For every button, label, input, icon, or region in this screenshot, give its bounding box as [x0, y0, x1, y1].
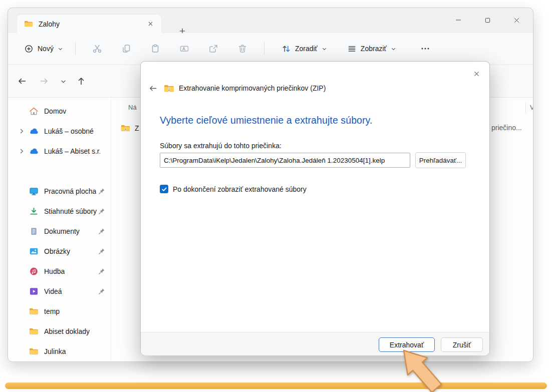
- rename-icon: [179, 44, 189, 54]
- chevron-right-icon[interactable]: [18, 128, 25, 135]
- column-header-name[interactable]: Ná: [128, 104, 137, 111]
- pin-icon: [98, 288, 105, 295]
- check-icon: [161, 186, 167, 192]
- forward-button[interactable]: [36, 73, 52, 89]
- maximize-button[interactable]: [473, 8, 502, 32]
- dialog-back-button[interactable]: [146, 82, 160, 95]
- column-header-size[interactable]: Ve: [530, 104, 533, 111]
- new-button[interactable]: Nový: [19, 40, 68, 58]
- sidebar-item-pictures[interactable]: Obrázky: [8, 241, 111, 261]
- sidebar-item-desktop[interactable]: Pracovná plocha: [8, 181, 111, 201]
- file-name: Z: [135, 124, 139, 132]
- desktop-icon: [29, 187, 39, 196]
- column-divider: [525, 102, 526, 114]
- dialog-heading: Vyberte cieľové umiestnenie a extrahujte…: [160, 115, 373, 126]
- rename-button[interactable]: [173, 40, 195, 58]
- pin-icon: [98, 248, 105, 255]
- pin-icon: [98, 188, 105, 195]
- command-bar: Nový Zor: [8, 33, 533, 64]
- ellipsis-icon: [420, 44, 430, 54]
- arrow-up-icon: [76, 76, 86, 86]
- trash-icon: [237, 44, 247, 54]
- sidebar-item-julinka[interactable]: Julinka: [8, 341, 111, 361]
- document-icon: [29, 227, 39, 236]
- scissors-icon: [92, 44, 102, 54]
- titlebar: Zalohy: [8, 8, 533, 33]
- tab-close-button[interactable]: [144, 18, 156, 30]
- dialog-title: Extrahovanie komprimovaných priečinkov (…: [179, 84, 326, 92]
- sidebar-item-domov[interactable]: Domov: [8, 101, 111, 121]
- recent-locations-button[interactable]: [55, 73, 71, 89]
- share-icon: [208, 44, 218, 54]
- paste-button[interactable]: [144, 40, 166, 58]
- sidebar-spacer: [8, 161, 111, 181]
- arrow-left-icon: [17, 76, 27, 86]
- view-button[interactable]: Zobraziť: [341, 40, 402, 58]
- file-row-zip[interactable]: Z: [121, 122, 139, 135]
- folder-icon: [29, 347, 39, 356]
- maximize-icon: [484, 17, 491, 24]
- pin-icon: [98, 228, 105, 235]
- checkbox-label: Po dokončení zobraziť extrahované súbory: [173, 185, 307, 193]
- more-options-button[interactable]: [415, 40, 435, 58]
- file-type[interactable]: priečino...: [491, 124, 522, 132]
- view-button-label: Zobraziť: [361, 45, 387, 53]
- sidebar-item-documents[interactable]: Dokumenty: [8, 221, 111, 241]
- folder-icon: [24, 20, 33, 28]
- sidebar-item-abiset-doklady[interactable]: Abiset doklady: [8, 321, 111, 341]
- minimize-icon: [454, 16, 462, 24]
- minimize-button[interactable]: [444, 8, 473, 32]
- toolbar-divider: [264, 42, 264, 55]
- extract-dialog: Extrahovanie komprimovaných priečinkov (…: [140, 61, 490, 355]
- browse-button[interactable]: Prehľadávať...: [415, 152, 466, 168]
- zip-folder-icon: [121, 124, 130, 132]
- music-icon: [29, 267, 39, 276]
- close-button[interactable]: [502, 8, 531, 32]
- show-extracted-row: Po dokončení zobraziť extrahované súbory: [160, 185, 307, 193]
- onedrive-icon: [29, 127, 39, 136]
- cut-button[interactable]: [86, 40, 108, 58]
- sidebar-item-downloads[interactable]: Stiahnuté súbory: [8, 201, 111, 221]
- sidebar-item-onedrive-business[interactable]: Lukáš – Abiset s.r.o: [8, 141, 111, 161]
- new-circle-plus-icon: [24, 44, 34, 54]
- arrow-left-icon: [148, 84, 158, 93]
- sort-button[interactable]: Zoradiť: [275, 40, 333, 58]
- tab-zalohy[interactable]: Zalohy: [17, 15, 161, 33]
- sidebar-item-temp[interactable]: temp: [8, 301, 111, 321]
- pictures-icon: [29, 247, 39, 256]
- view-list-icon: [347, 44, 357, 54]
- brand-accent-bar: [5, 382, 547, 389]
- share-button[interactable]: [202, 40, 224, 58]
- folder-icon: [29, 307, 39, 316]
- arrow-right-icon: [39, 76, 49, 86]
- sidebar-item-videos[interactable]: Videá: [8, 281, 111, 301]
- home-icon: [29, 107, 39, 116]
- path-label: Súbory sa extrahujú do tohto priečinka:: [160, 142, 282, 150]
- extract-button[interactable]: Extrahovať: [379, 337, 435, 352]
- copy-icon: [121, 44, 131, 54]
- dialog-close-button[interactable]: [469, 67, 483, 81]
- dialog-header: Extrahovanie komprimovaných priečinkov (…: [146, 82, 326, 95]
- sidebar-item-onedrive-personal[interactable]: Lukáš – osobné: [8, 121, 111, 141]
- copy-button[interactable]: [115, 40, 137, 58]
- delete-button[interactable]: [231, 40, 253, 58]
- tab-title: Zalohy: [39, 20, 144, 28]
- new-button-label: Nový: [38, 45, 54, 53]
- back-button[interactable]: [14, 73, 30, 89]
- toolbar-divider: [75, 42, 76, 55]
- pin-icon: [98, 208, 105, 215]
- clipboard-icon: [150, 44, 160, 54]
- chevron-right-icon[interactable]: [18, 148, 25, 155]
- folder-icon: [29, 327, 39, 336]
- sidebar: Domov Lukáš – osobné Lukáš – Abiset s.r.…: [8, 98, 111, 361]
- destination-path-input[interactable]: [160, 153, 410, 168]
- chevron-down-icon: [60, 78, 67, 85]
- pin-icon: [98, 268, 105, 275]
- dialog-footer: Extrahovať Zrušiť: [141, 332, 489, 355]
- sidebar-item-music[interactable]: Hudba: [8, 261, 111, 281]
- chevron-down-icon: [391, 46, 396, 52]
- show-extracted-checkbox[interactable]: [160, 185, 168, 193]
- cancel-button[interactable]: Zrušiť: [441, 337, 483, 352]
- window-controls: [444, 8, 531, 32]
- up-button[interactable]: [73, 73, 89, 89]
